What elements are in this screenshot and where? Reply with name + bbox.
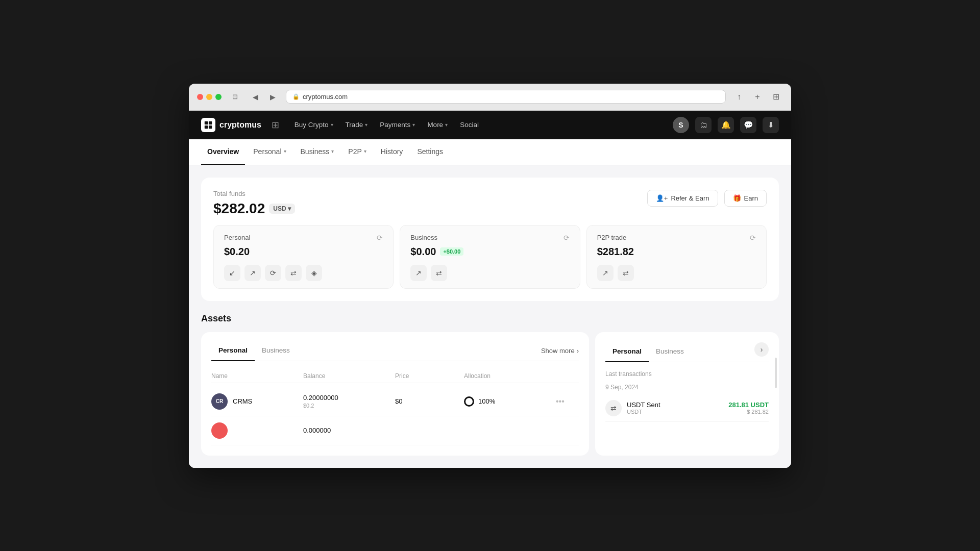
more-dots-icon[interactable]: ••• xyxy=(556,397,565,406)
browser-actions: ↑ + ⊞ xyxy=(732,90,783,104)
tab-assets-personal[interactable]: Personal xyxy=(211,342,255,361)
subnav-settings[interactable]: Settings xyxy=(411,139,449,165)
maximize-button[interactable] xyxy=(215,94,222,100)
wallet-title: P2P trade xyxy=(597,234,627,241)
show-more-button[interactable]: Show more › xyxy=(541,347,579,361)
tab-assets-business[interactable]: Business xyxy=(255,342,297,361)
table-row: CR CRMS 0.20000000 $0.2 $0 xyxy=(211,387,579,416)
apps-grid-icon[interactable]: ⊞ xyxy=(272,119,279,131)
transactions-nav-button[interactable]: › xyxy=(754,342,769,357)
assets-table-card: Personal Business Show more › Name Balan… xyxy=(201,332,589,456)
navbar-left: cryptomus ⊞ Buy Crypto ▾ Trade ▾ Payment… xyxy=(201,118,484,132)
nav-buy-crypto[interactable]: Buy Crypto ▾ xyxy=(289,118,338,132)
send-button[interactable]: ↗ xyxy=(597,265,614,281)
funds-header: Total funds $282.02 USD ▾ 👤+ Refer xyxy=(213,190,767,217)
earn-button[interactable]: 🎁 Earn xyxy=(724,190,767,207)
col-price: Price xyxy=(395,372,464,380)
address-bar[interactable]: 🔒 cryptomus.com xyxy=(286,90,726,104)
logo-icon xyxy=(201,118,215,132)
nav-payments[interactable]: Payments ▾ xyxy=(375,118,420,132)
balance-cell: 0.000000 xyxy=(303,427,395,434)
top-navbar: cryptomus ⊞ Buy Crypto ▾ Trade ▾ Payment… xyxy=(189,111,791,139)
chevron-down-icon: ▾ xyxy=(288,205,291,212)
wallet-actions: ↗ ⇄ xyxy=(597,265,756,281)
logo-area[interactable]: cryptomus xyxy=(201,118,261,132)
close-button[interactable] xyxy=(197,94,203,100)
chevron-down-icon: ▾ xyxy=(412,122,415,128)
nav-social[interactable]: Social xyxy=(455,118,484,132)
history-icon[interactable]: ⟳ xyxy=(564,234,570,242)
currency-select[interactable]: USD ▾ xyxy=(269,204,295,214)
grid-button[interactable]: ⊞ xyxy=(769,90,783,104)
forward-button[interactable]: ▶ xyxy=(265,90,280,104)
chevron-down-icon: ▾ xyxy=(445,122,448,128)
transfer-icon: ⇄ xyxy=(605,400,622,416)
back-button[interactable]: ◀ xyxy=(248,90,262,104)
nav-more[interactable]: More ▾ xyxy=(422,118,453,132)
subnav-business[interactable]: Business ▾ xyxy=(295,139,340,165)
funds-amount: $282.02 USD ▾ xyxy=(213,201,295,217)
transactions-card: Personal Business › Last transactions 9 … xyxy=(595,332,779,456)
scrollbar-thumb[interactable] xyxy=(775,358,777,388)
history-icon[interactable]: ⟳ xyxy=(377,234,383,242)
refer-earn-button[interactable]: 👤+ Refer & Earn xyxy=(647,190,718,207)
receive-button[interactable]: ↙ xyxy=(224,265,240,281)
funds-card: Total funds $282.02 USD ▾ 👤+ Refer xyxy=(201,178,779,301)
navbar-right: S 🗂 🔔 💬 ⬇ xyxy=(673,117,779,133)
browser-controls: ◀ ▶ xyxy=(248,90,280,104)
chat-icon-button[interactable]: 💬 xyxy=(740,117,756,133)
minimize-button[interactable] xyxy=(206,94,212,100)
actions-cell: ••• xyxy=(556,397,579,406)
allocation-circle xyxy=(464,396,474,407)
new-tab-button[interactable]: + xyxy=(750,90,765,104)
coin-cell: CR CRMS xyxy=(211,393,303,410)
download-icon-button[interactable]: ⬇ xyxy=(763,117,779,133)
subnav-p2p[interactable]: P2P ▾ xyxy=(342,139,372,165)
positive-badge: +$0.00 xyxy=(440,247,463,256)
logo-text: cryptomus xyxy=(219,120,261,130)
user-plus-icon: 👤+ xyxy=(656,194,668,202)
trans-amount-col: 281.81 USDT $ 281.82 xyxy=(728,401,769,415)
col-actions xyxy=(556,372,579,380)
tab-trans-personal[interactable]: Personal xyxy=(605,343,649,362)
subnav-history[interactable]: History xyxy=(375,139,409,165)
svg-rect-3 xyxy=(209,125,212,128)
transfer-button[interactable]: ⇄ xyxy=(285,265,302,281)
last-transactions-label: Last transactions xyxy=(605,370,769,378)
url-text: cryptomus.com xyxy=(303,93,348,101)
transfer-button[interactable]: ⇄ xyxy=(431,265,447,281)
send-button[interactable]: ↗ xyxy=(410,265,427,281)
send-button[interactable]: ↗ xyxy=(244,265,261,281)
trans-name: USDT Sent xyxy=(627,401,723,409)
wallet-title: Personal xyxy=(224,234,250,241)
wallet-actions: ↙ ↗ ⟳ ⇄ ◈ xyxy=(224,265,383,281)
exchange-button[interactable]: ⟳ xyxy=(265,265,281,281)
main-content: Total funds $282.02 USD ▾ 👤+ Refer xyxy=(189,165,791,468)
chevron-right-icon: › xyxy=(577,347,579,355)
business-wallet-card: Business ⟳ $0.00 +$0.00 ↗ ⇄ xyxy=(400,225,580,289)
tab-trans-business[interactable]: Business xyxy=(649,343,691,362)
user-avatar[interactable]: S xyxy=(673,117,689,133)
assets-title: Assets xyxy=(201,313,779,324)
staking-button[interactable]: ◈ xyxy=(306,265,322,281)
wallet-title: Business xyxy=(410,234,437,241)
funds-info: Total funds $282.02 USD ▾ xyxy=(213,190,295,217)
trans-tab-group: Personal Business xyxy=(605,343,691,362)
assets-grid: Personal Business Show more › Name Balan… xyxy=(201,332,779,456)
nav-trade[interactable]: Trade ▾ xyxy=(340,118,373,132)
sidebar-toggle[interactable]: ⊡ xyxy=(228,90,242,104)
subnav-personal[interactable]: Personal ▾ xyxy=(247,139,292,165)
transaction-item[interactable]: ⇄ USDT Sent USDT 281.81 USDT $ 281.82 xyxy=(605,395,769,422)
transactions-tabs: Personal Business › xyxy=(605,342,769,362)
assets-tab-group: Personal Business xyxy=(211,342,297,361)
wallet-card-header: Business ⟳ xyxy=(410,234,569,242)
history-icon[interactable]: ⟳ xyxy=(750,234,756,242)
chevron-down-icon: ▾ xyxy=(365,122,368,128)
bell-icon-button[interactable]: 🔔 xyxy=(718,117,734,133)
subnav-overview[interactable]: Overview xyxy=(201,139,245,165)
coin-icon-crms: CR xyxy=(211,393,228,410)
wallet-card-header: P2P trade ⟳ xyxy=(597,234,756,242)
transfer-button[interactable]: ⇄ xyxy=(618,265,634,281)
wallet-icon-button[interactable]: 🗂 xyxy=(695,117,712,133)
share-button[interactable]: ↑ xyxy=(732,90,746,104)
